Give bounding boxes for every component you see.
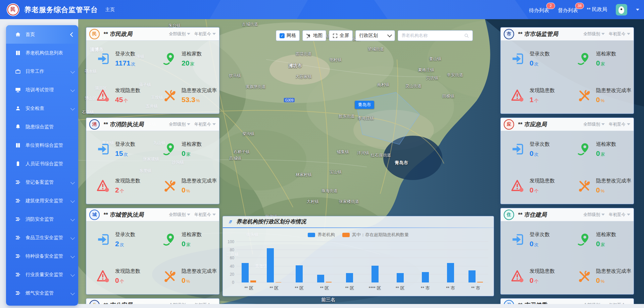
legend-item[interactable]: 其中：存在超期隐患机构数量: [342, 232, 409, 238]
metric-rate: 隐患整改完成率 0%: [153, 167, 219, 204]
list-icon: [15, 272, 21, 277]
period-filter-dropdown[interactable]: 年初至今: [194, 122, 216, 127]
bar-orgs[interactable]: [371, 266, 379, 282]
map-place-label: 明村镇: [330, 57, 342, 63]
expand-chevron-icon[interactable]: [70, 199, 75, 203]
level-filter-dropdown[interactable]: 全部级别: [583, 31, 605, 37]
sidebar-item-label: 安全检查: [26, 105, 44, 112]
map-place-label: 柴沟镇: [242, 131, 254, 137]
period-filter-dropdown[interactable]: 年初至今: [609, 212, 630, 218]
metric-value: 0家: [596, 150, 616, 157]
collapse-sidebar-icon[interactable]: [70, 32, 75, 37]
org-search-input[interactable]: 养老机构名称: [398, 30, 473, 41]
expand-chevron-icon[interactable]: [70, 235, 75, 240]
level-filter-dropdown[interactable]: 全部级别: [583, 122, 605, 127]
expand-chevron-icon[interactable]: [70, 106, 75, 111]
metric-label: 巡检家数: [182, 231, 202, 238]
expand-chevron-icon[interactable]: [70, 272, 75, 277]
sidebar-item-3[interactable]: 培训考试管理: [6, 81, 78, 99]
bar-overdue[interactable]: [326, 282, 332, 282]
metric-value: 0家: [596, 240, 616, 247]
map-place-label: 铺集镇: [337, 149, 349, 155]
period-filter-dropdown[interactable]: 年初至今: [609, 122, 630, 127]
bar-overdue[interactable]: [276, 282, 281, 282]
agency-title: ** 市消防执法局: [103, 121, 144, 128]
bar-orgs[interactable]: [468, 270, 476, 282]
metric-label: 隐患整改完成率: [596, 268, 631, 274]
sidebar-item-2[interactable]: 日常工作: [6, 62, 78, 81]
metric-label: 发现隐患数: [115, 268, 140, 274]
sidebar-item-13[interactable]: 行业质量安全监管: [6, 265, 78, 284]
checkbox-checked-icon[interactable]: ✓: [280, 33, 285, 38]
expand-chevron-icon[interactable]: [70, 254, 75, 258]
sidebar-item-10[interactable]: 消防安全监管: [6, 210, 78, 228]
sidebar-item-0[interactable]: 首页: [6, 25, 78, 44]
level-filter-value: 全部级别: [583, 212, 600, 218]
hazard-icon: [511, 269, 525, 283]
bar-overdue[interactable]: [250, 280, 256, 282]
expand-chevron-icon[interactable]: [70, 180, 75, 184]
level-filter-dropdown[interactable]: 全部级别: [169, 212, 190, 218]
expand-chevron-icon[interactable]: [70, 217, 75, 221]
supervise-count-badge: 38: [575, 3, 584, 9]
expand-chevron-icon[interactable]: [70, 69, 75, 74]
bar-orgs[interactable]: [346, 273, 353, 282]
patrol-icon: [163, 52, 177, 66]
period-filter-dropdown[interactable]: 年初至今: [194, 212, 216, 218]
sidebar-item-5[interactable]: 隐患综合监管: [6, 118, 78, 136]
metric-login: 登录次数 15次: [86, 131, 153, 167]
grid-toggle-button[interactable]: ✓ 网格: [276, 30, 300, 41]
expand-chevron-icon[interactable]: [70, 291, 75, 295]
district-select[interactable]: 行政区划: [355, 30, 395, 41]
level-filter-dropdown[interactable]: 全部级别: [583, 212, 605, 218]
sidebar-item-label: 建筑使用安全监管: [26, 198, 63, 204]
caret-down-icon: [601, 123, 605, 125]
level-filter-dropdown[interactable]: 全部级别: [169, 31, 190, 37]
agency-title: ** 市住建局: [518, 211, 547, 219]
city-marker-badge[interactable]: 青岛市: [355, 101, 374, 109]
header-decoration: [372, 0, 541, 19]
page-bottom-strip: [0, 304, 644, 308]
metric-login: 登录次数 0次: [501, 221, 567, 258]
legend-item[interactable]: 养老机构: [308, 232, 335, 238]
bar-orgs[interactable]: [296, 265, 303, 282]
fullscreen-button[interactable]: 全屏: [329, 30, 353, 41]
period-filter-dropdown[interactable]: 年初至今: [194, 31, 216, 37]
bar-orgs[interactable]: [447, 263, 454, 282]
bar-group-8: ** 市: [438, 242, 463, 282]
sidebar-item-4[interactable]: 安全检查: [6, 99, 78, 118]
level-filter-dropdown[interactable]: 全部级别: [169, 122, 190, 127]
bar-orgs[interactable]: [242, 263, 249, 282]
sidebar-item-label: 特种设备安全监管: [26, 253, 63, 259]
metric-patrol: 巡检家数 0家: [153, 221, 219, 258]
bar-orgs[interactable]: [422, 272, 429, 282]
home-link[interactable]: 主页: [105, 7, 115, 13]
user-avatar[interactable]: [616, 4, 627, 15]
period-filter-dropdown[interactable]: 年初至今: [609, 31, 630, 37]
sidebar-item-11[interactable]: 食品卫生安全监管: [6, 228, 78, 247]
sidebar-item-9[interactable]: 建筑使用安全监管: [6, 191, 78, 210]
sidebar-item-14[interactable]: 燃气安全监管: [6, 284, 78, 302]
rate-icon: [163, 88, 177, 102]
bar-orgs[interactable]: [317, 275, 324, 282]
map-mode-button[interactable]: 地图: [302, 30, 326, 41]
bar-groups: ** 区** 区** 区** 区** 区**** 区** 区** 市** 市**…: [236, 242, 488, 282]
bar-overdue[interactable]: [477, 282, 483, 282]
login-icon: [96, 232, 110, 247]
sidebar-item-8[interactable]: 登记备案监管: [6, 173, 78, 191]
list-icon: [15, 290, 21, 296]
expand-chevron-icon[interactable]: [70, 88, 75, 92]
bar-orgs[interactable]: [397, 273, 404, 282]
sidebar-item-12[interactable]: 特种设备安全监管: [6, 247, 78, 265]
sidebar-item-7[interactable]: 人员证书综合监管: [6, 155, 78, 173]
search-icon[interactable]: [464, 33, 469, 38]
todo-list-link[interactable]: 待办列表 2: [529, 5, 549, 14]
hazard-icon: [511, 88, 525, 102]
sidebar-item-6[interactable]: 单位资料综合监管: [6, 136, 78, 155]
metric-value: 1个: [530, 96, 555, 103]
user-menu-caret-icon[interactable]: [636, 9, 639, 11]
bar-orgs[interactable]: [267, 248, 274, 282]
sidebar-item-label: 隐患综合监管: [26, 124, 54, 130]
sidebar-item-1[interactable]: 养老机构信息列表: [6, 44, 78, 62]
supervise-list-link[interactable]: 督办列表 38: [558, 5, 578, 14]
